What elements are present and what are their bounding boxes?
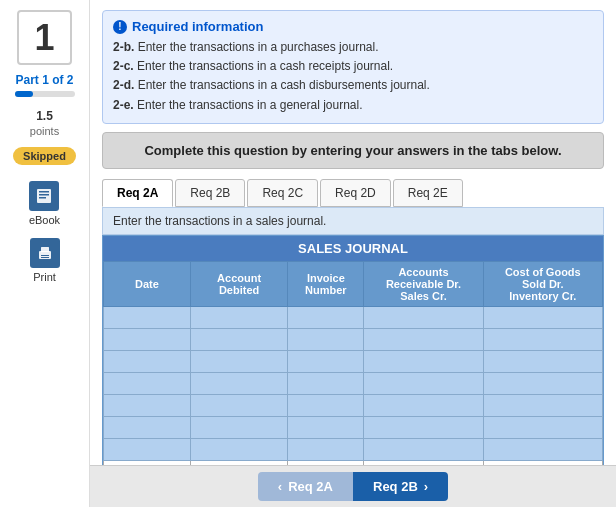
cogs-input-7[interactable] [487, 443, 599, 455]
progress-bar [15, 91, 75, 97]
date-input-2[interactable] [107, 333, 187, 345]
next-label: Req 2B [373, 479, 418, 494]
date-input-5[interactable] [107, 399, 187, 411]
cogs-input-4[interactable] [487, 377, 599, 389]
svg-rect-1 [39, 191, 49, 193]
table-row [104, 350, 603, 372]
tab-req2d[interactable]: Req 2D [320, 179, 391, 207]
ebook-label: eBook [29, 214, 60, 226]
ar-input-3[interactable] [367, 355, 479, 367]
ar-input-6[interactable] [367, 421, 479, 433]
sidebar: 1 Part 1 of 2 1.5 points Skipped eBook P… [0, 0, 90, 507]
col-invoice: InvoiceNumber [288, 261, 364, 306]
cogs-input-2[interactable] [487, 333, 599, 345]
step-number: 1 [17, 10, 72, 65]
tab-req2b[interactable]: Req 2B [175, 179, 245, 207]
invoice-input-4[interactable] [291, 377, 360, 389]
ar-input-4[interactable] [367, 377, 479, 389]
invoice-input-7[interactable] [291, 443, 360, 455]
svg-rect-2 [39, 194, 49, 196]
col-cogs: Cost of GoodsSold Dr.Inventory Cr. [483, 261, 602, 306]
ar-input-1[interactable] [367, 311, 479, 323]
journal-table: Date AccountDebited InvoiceNumber Accoun… [103, 261, 603, 483]
cogs-input-1[interactable] [487, 311, 599, 323]
account-input-6[interactable] [194, 421, 285, 433]
print-label: Print [33, 271, 56, 283]
account-input-3[interactable] [194, 355, 285, 367]
ebook-button[interactable]: eBook [29, 181, 60, 226]
next-button[interactable]: Req 2B › [353, 472, 448, 501]
svg-rect-6 [41, 255, 49, 256]
date-input-4[interactable] [107, 377, 187, 389]
table-row [104, 328, 603, 350]
prev-chevron-icon: ‹ [278, 479, 282, 494]
part-label: Part 1 of 2 [15, 73, 73, 87]
table-row [104, 416, 603, 438]
print-button[interactable]: Print [30, 238, 60, 283]
account-input-2[interactable] [194, 333, 285, 345]
required-title: ! Required information [113, 19, 593, 34]
sales-journal: SALES JOURNAL Date AccountDebited Invoic… [102, 235, 604, 484]
points-value: 1.5 [36, 109, 53, 123]
account-input-4[interactable] [194, 377, 285, 389]
svg-rect-7 [41, 257, 49, 258]
col-date: Date [104, 261, 191, 306]
table-row [104, 438, 603, 460]
progress-fill [15, 91, 33, 97]
invoice-input-3[interactable] [291, 355, 360, 367]
tabs-row: Req 2A Req 2B Req 2C Req 2D Req 2E [102, 179, 604, 207]
col-account: AccountDebited [190, 261, 288, 306]
invoice-input-1[interactable] [291, 311, 360, 323]
table-row [104, 394, 603, 416]
invoice-input-5[interactable] [291, 399, 360, 411]
invoice-input-2[interactable] [291, 333, 360, 345]
invoice-input-6[interactable] [291, 421, 360, 433]
table-row [104, 306, 603, 328]
required-title-text: Required information [132, 19, 263, 34]
date-input-3[interactable] [107, 355, 187, 367]
ar-input-7[interactable] [367, 443, 479, 455]
prev-label: Req 2A [288, 479, 333, 494]
cogs-input-6[interactable] [487, 421, 599, 433]
ar-input-2[interactable] [367, 333, 479, 345]
next-chevron-icon: › [424, 479, 428, 494]
tab-req2c[interactable]: Req 2C [247, 179, 318, 207]
cogs-input-5[interactable] [487, 399, 599, 411]
print-icon [30, 238, 60, 268]
date-input-1[interactable] [107, 311, 187, 323]
tab-req2a[interactable]: Req 2A [102, 179, 173, 207]
main-content: ! Required information 2-b. Enter the tr… [90, 0, 616, 507]
svg-rect-5 [41, 247, 49, 252]
bottom-nav: ‹ Req 2A Req 2B › [90, 465, 616, 507]
col-ar: AccountsReceivable Dr.Sales Cr. [364, 261, 483, 306]
journal-title: SALES JOURNAL [103, 236, 603, 261]
skipped-badge: Skipped [13, 147, 76, 165]
svg-rect-3 [39, 197, 46, 199]
account-input-1[interactable] [194, 311, 285, 323]
required-lines: 2-b. Enter the transactions in a purchas… [113, 38, 593, 115]
prev-button[interactable]: ‹ Req 2A [258, 472, 353, 501]
info-icon: ! [113, 20, 127, 34]
complete-question-box: Complete this question by entering your … [102, 132, 604, 169]
table-row [104, 372, 603, 394]
tab-req2e[interactable]: Req 2E [393, 179, 463, 207]
cogs-input-3[interactable] [487, 355, 599, 367]
required-banner: ! Required information 2-b. Enter the tr… [102, 10, 604, 124]
date-input-7[interactable] [107, 443, 187, 455]
date-input-6[interactable] [107, 421, 187, 433]
points-sub: points [30, 125, 59, 137]
account-input-7[interactable] [194, 443, 285, 455]
ebook-icon [29, 181, 59, 211]
instruction-bar: Enter the transactions in a sales journa… [102, 207, 604, 235]
ar-input-5[interactable] [367, 399, 479, 411]
account-input-5[interactable] [194, 399, 285, 411]
